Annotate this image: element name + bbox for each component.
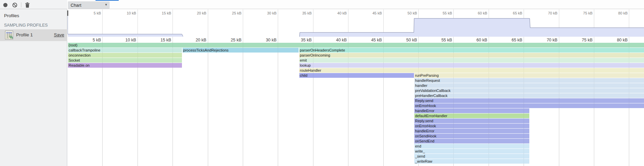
svg-text:%: % <box>9 35 13 40</box>
